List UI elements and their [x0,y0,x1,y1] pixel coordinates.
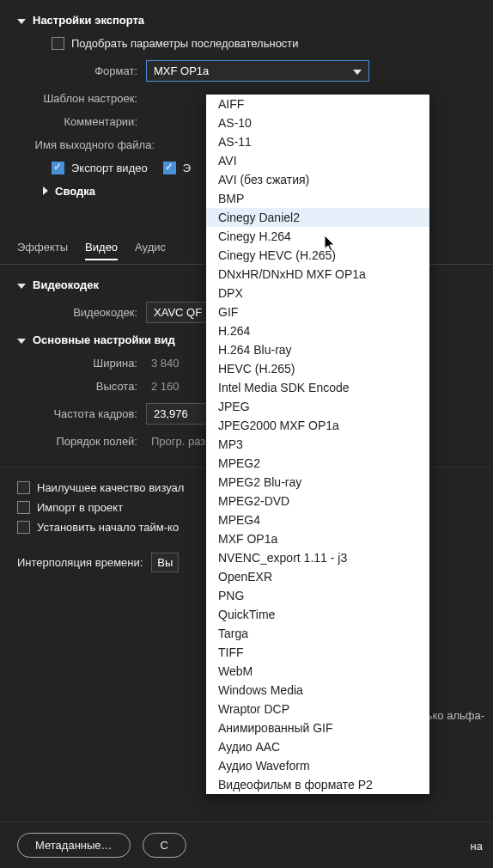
format-option[interactable]: TIFF [206,643,429,662]
format-option[interactable]: Аудио Waveform [206,756,429,775]
tab-video[interactable]: Видео [85,241,118,260]
export-video-checkbox[interactable]: Экспорт видео [52,162,148,174]
chevron-down-icon [17,14,26,27]
format-option[interactable]: Cinegy H.264 [206,227,429,246]
format-option[interactable]: JPEG2000 MXF OP1a [206,416,429,435]
codec-label: Видеокодек: [17,306,146,319]
height-value[interactable]: 2 160 [151,380,180,393]
format-option[interactable]: Анимированный GIF [206,718,429,737]
format-option[interactable]: MPEG4 [206,510,429,529]
width-value[interactable]: 3 840 [151,357,180,370]
format-option[interactable]: WebM [206,662,429,681]
tab-audio[interactable]: Аудис [135,241,166,260]
tab-effects[interactable]: Эффекты [17,241,68,260]
export-audio-label-trunc: Э [183,162,191,174]
preset-label: Шаблон настроек: [17,92,146,105]
format-option[interactable]: OpenEXR [206,567,429,586]
format-option[interactable]: PNG [206,586,429,605]
set-start-tc-label: Установить начало тайм-ко [37,521,179,534]
export-audio-checkbox[interactable]: Э [163,162,191,174]
checkbox-box-icon [17,481,30,494]
chevron-down-icon [17,278,26,291]
basic-section-label: Основные настройки вид [33,333,175,346]
format-option[interactable]: NVENC_export 1.11 - j3 [206,548,429,567]
field-order-value: Прогр. раз [151,435,205,448]
checkbox-box-icon [17,501,30,514]
checkbox-checked-icon [163,162,176,174]
chevron-right-icon [43,185,48,198]
format-option[interactable]: Windows Media [206,681,429,700]
format-option[interactable]: Targa [206,624,429,643]
height-label: Высота: [17,380,146,393]
format-option[interactable]: Intel Media SDK Encode [206,378,429,397]
format-option[interactable]: GIF [206,303,429,321]
interp-label: Интерполяция времени: [17,556,143,569]
format-option[interactable]: AVI (без сжатия) [206,170,429,189]
format-option[interactable]: H.264 Blu-ray [206,340,429,359]
summary-label: Сводка [55,185,95,198]
best-quality-label: Наилучшее качество визуал [37,481,184,494]
format-label: Формат: [17,64,146,77]
match-sequence-label: Подобрать параметры последовательности [71,37,299,50]
match-sequence-checkbox[interactable]: Подобрать параметры последовательности [52,37,299,50]
format-option[interactable]: Wraptor DCP [206,700,429,718]
codec-section-label: Видеокодек [33,278,99,291]
format-option[interactable]: Cinegy Daniel2 [206,208,429,227]
format-option[interactable]: DNxHR/DNxHD MXF OP1a [206,265,429,284]
format-option[interactable]: MPEG2 [206,454,429,473]
bottom-bar: Метаданные… С на [0,822,493,868]
fps-value: 23,976 [154,407,188,420]
format-option[interactable]: Аудио AAC [206,737,429,756]
codec-value: XAVC QF [154,306,202,319]
format-option[interactable]: Видеофильм в формате P2 [206,775,429,794]
right-button-trunc: на [471,840,483,853]
format-option[interactable]: QuickTime [206,605,429,624]
format-dropdown[interactable]: MXF OP1a [146,60,369,82]
fps-select[interactable]: 23,976 [146,403,215,425]
format-option[interactable]: H.264 [206,321,429,340]
format-dropdown-menu: AIFFAS-10AS-11AVIAVI (без сжатия)BMPCine… [206,95,429,794]
checkbox-checked-icon [52,162,64,174]
format-option[interactable]: BMP [206,189,429,208]
format-option[interactable]: MPEG2 Blu-ray [206,473,429,492]
interp-value: Вы [157,556,173,569]
second-button-trunc[interactable]: С [143,833,186,858]
export-settings-header[interactable]: Настройки экспорта [17,14,476,27]
width-label: Ширина: [17,357,146,370]
chevron-down-icon [17,333,26,346]
format-option[interactable]: JPEG [206,397,429,416]
interp-select[interactable]: Вы [151,553,179,572]
format-option[interactable]: HEVC (H.265) [206,359,429,378]
checkbox-box-icon [17,521,30,534]
export-video-label: Экспорт видео [71,162,148,174]
metadata-button[interactable]: Метаданные… [17,833,131,858]
format-option[interactable]: MP3 [206,435,429,454]
format-option[interactable]: MXF OP1a [206,529,429,548]
checkbox-box-icon [52,37,64,50]
format-option[interactable]: DPX [206,284,429,303]
comments-label: Комментарии: [17,115,146,128]
export-title: Настройки экспорта [33,14,144,27]
format-option[interactable]: AS-11 [206,132,429,151]
format-option[interactable]: AIFF [206,95,429,113]
format-value: MXF OP1a [154,64,209,77]
chevron-down-icon [353,64,362,77]
field-order-label: Порядок полей: [17,435,146,448]
output-name-label: Имя выходного файла: [17,138,163,151]
alpha-only-label-trunc: ько альфа- [427,709,493,722]
format-option[interactable]: Cinegy HEVC (H.265) [206,246,429,265]
format-option[interactable]: MPEG2-DVD [206,492,429,510]
format-option[interactable]: AVI [206,151,429,170]
import-project-label: Импорт в проект [37,501,123,514]
fps-label: Частота кадров: [17,407,146,420]
codec-select[interactable]: XAVC QF [146,302,215,323]
format-option[interactable]: AS-10 [206,113,429,132]
